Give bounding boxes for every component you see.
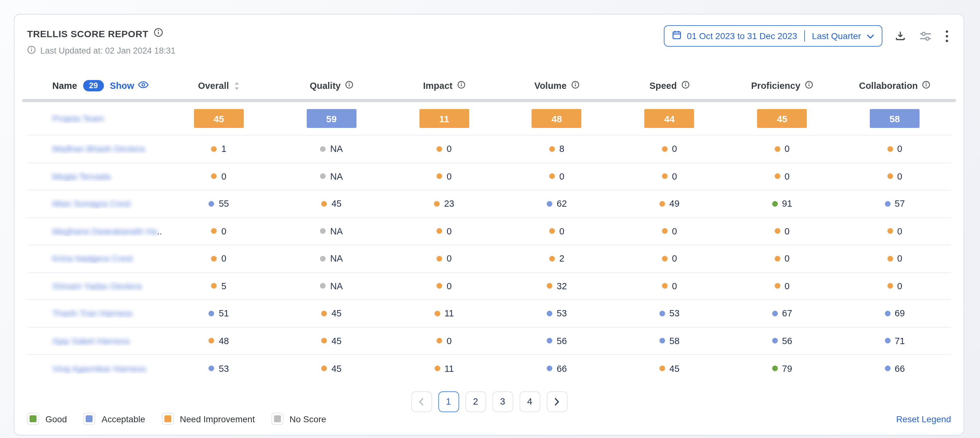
legend-swatch — [30, 415, 37, 422]
score-cell: 0 — [500, 226, 613, 236]
score-cell: 67 — [726, 309, 838, 319]
score-dot-need — [774, 228, 780, 234]
score-cell: 0 — [726, 254, 838, 264]
score-dot-need — [321, 338, 327, 344]
info-icon[interactable] — [571, 81, 579, 91]
score-value: 23 — [444, 199, 454, 209]
score-cell: 0 — [613, 254, 726, 264]
summary-score-cell: 59 — [275, 109, 388, 128]
header-scrollbar-divider[interactable] — [22, 99, 956, 102]
info-icon[interactable] — [345, 81, 353, 91]
score-dot-need — [436, 338, 442, 344]
score-dot-need — [662, 256, 668, 261]
score-cell: 55 — [162, 199, 275, 209]
score-value: 2 — [559, 254, 564, 264]
score-value: 0 — [897, 254, 902, 264]
download-button[interactable] — [894, 29, 907, 43]
next-page-button[interactable] — [546, 391, 567, 412]
column-header-speed: Speed — [613, 81, 726, 91]
date-range-picker[interactable]: 01 Oct 2023 to 31 Dec 2023 Last Quarter — [663, 25, 882, 47]
score-dot-need — [434, 201, 440, 207]
date-range-text: 01 Oct 2023 to 31 Dec 2023 — [687, 31, 797, 41]
reset-legend-button[interactable]: Reset Legend — [896, 414, 951, 424]
sort-icon[interactable] — [233, 81, 240, 91]
score-cell: 5 — [162, 281, 275, 291]
engineer-name-link[interactable]: Megta Tervada — [27, 171, 162, 182]
score-dot-need — [887, 283, 893, 289]
score-value: NA — [330, 171, 343, 182]
engineer-name-link[interactable]: Viraj Agavnikar Harness — [27, 364, 162, 374]
column-header-quality: Quality — [275, 81, 388, 91]
redacted-name: Madhan Bhash Devtera — [52, 144, 145, 154]
prev-page-button[interactable] — [411, 391, 432, 412]
row-count-badge: 29 — [83, 80, 104, 92]
score-dot-need — [887, 146, 893, 152]
info-icon[interactable] — [457, 81, 465, 91]
score-dot-none — [320, 146, 326, 152]
show-names-button[interactable]: Show — [110, 81, 149, 91]
score-value: 0 — [784, 254, 789, 264]
score-cell: NA — [275, 144, 388, 154]
redacted-team-name: Projeta Team — [52, 113, 104, 124]
info-icon[interactable] — [805, 81, 813, 91]
score-dot-acceptable — [885, 366, 890, 371]
page: TRELLIS SCORE REPORT Last Updated at: 02… — [0, 0, 980, 438]
summary-score-cell: 11 — [388, 109, 500, 128]
score-cell: 11 — [388, 364, 500, 374]
engineer-name-link[interactable]: Madhan Bhash Devtera — [27, 144, 162, 154]
legend-item-good[interactable]: Good — [27, 413, 67, 425]
score-dot-acceptable — [547, 366, 552, 371]
score-cell: 0 — [838, 226, 951, 236]
kebab-menu-button[interactable] — [944, 29, 950, 43]
page-button-2[interactable]: 2 — [465, 391, 486, 412]
score-cell: 0 — [162, 226, 275, 236]
score-badge: 11 — [419, 109, 469, 128]
table-row: Krina Nadgera Crest0NA02000 — [27, 245, 951, 272]
score-cell: 0 — [726, 281, 838, 291]
table-row: Viraj Agavnikar Harness53451166457966 — [27, 355, 951, 382]
filter-settings-button[interactable] — [918, 29, 933, 43]
team-name-link[interactable]: Projeta Team — [27, 113, 162, 124]
legend-item-need[interactable]: Need Improvement — [162, 413, 255, 425]
score-value: 8 — [559, 144, 564, 154]
score-value: 0 — [221, 254, 226, 264]
engineer-name-link[interactable]: Ajay Saket Harness — [27, 336, 162, 346]
engineer-name-link[interactable]: Shivam Yadav Devtera — [27, 281, 162, 291]
info-icon[interactable] — [923, 81, 931, 91]
engineer-name-link[interactable]: Thanh Tran Harness — [27, 309, 162, 319]
score-value: 66 — [895, 364, 905, 374]
page-button-3[interactable]: 3 — [492, 391, 513, 412]
score-value: 11 — [444, 364, 454, 374]
info-icon[interactable] — [681, 81, 689, 91]
score-cell: 79 — [726, 364, 838, 374]
score-dot-none — [320, 228, 326, 234]
score-dot-need — [547, 283, 552, 289]
score-dot-good — [772, 366, 778, 371]
score-value: 0 — [559, 171, 564, 182]
score-dot-need — [321, 366, 327, 371]
score-value: 0 — [784, 226, 789, 236]
engineer-name-link[interactable]: Krina Nadgera Crest — [27, 254, 162, 264]
score-cell: NA — [275, 281, 388, 291]
score-cell: 32 — [500, 281, 613, 291]
legend-item-none[interactable]: No Score — [271, 413, 326, 425]
title-info-icon[interactable] — [153, 28, 163, 40]
page-button-1[interactable]: 1 — [438, 391, 459, 412]
score-value: 0 — [559, 226, 564, 236]
legend-swatch-box — [271, 413, 283, 425]
legend-item-acceptable[interactable]: Acceptable — [83, 413, 145, 425]
score-dot-need — [774, 256, 780, 261]
score-dot-need — [549, 174, 555, 179]
engineer-name-link[interactable]: Meghana Dwarakanath Ha... — [27, 226, 162, 236]
table-row: Meghana Dwarakanath Ha...0NA00000 — [27, 218, 951, 245]
score-value: 32 — [557, 281, 567, 291]
picker-divider — [804, 30, 805, 41]
engineer-name-link[interactable]: Mian Sonagra Crest — [27, 199, 162, 209]
score-value: 0 — [672, 226, 677, 236]
page-button-4[interactable]: 4 — [519, 391, 540, 412]
score-dot-acceptable — [209, 366, 215, 371]
score-dot-acceptable — [772, 338, 778, 344]
score-value: 0 — [221, 226, 226, 236]
score-cell: 48 — [162, 336, 275, 346]
column-header-overall[interactable]: Overall — [162, 81, 275, 91]
